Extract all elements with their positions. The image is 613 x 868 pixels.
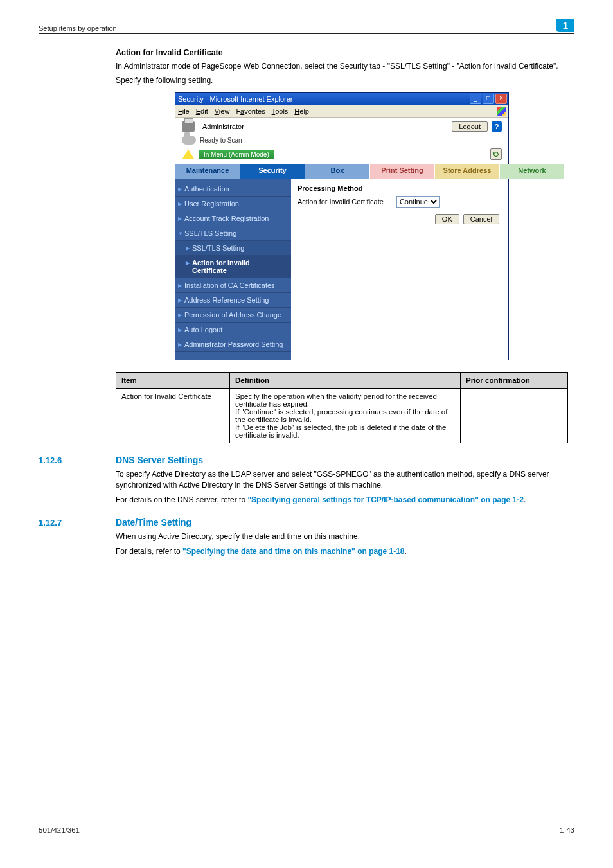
tab-box[interactable]: Box <box>305 164 370 179</box>
tab-network[interactable]: Network <box>500 164 565 179</box>
breadcrumb: Setup items by operation <box>39 24 117 32</box>
section-heading-action: Action for Invalid Certificate <box>116 48 568 57</box>
section-title-dns: DNS Server Settings <box>116 455 203 465</box>
window-minimize-button[interactable]: _ <box>470 94 481 104</box>
tab-store-address[interactable]: Store Address <box>435 164 500 179</box>
def-td-prior <box>461 389 568 443</box>
menu-help[interactable]: Help <box>294 107 309 115</box>
section-title-datetime: Date/Time Setting <box>116 517 191 527</box>
main-heading: Processing Method <box>298 184 502 192</box>
link-datetime-settings[interactable]: "Specifying the date and time on this ma… <box>182 547 404 556</box>
window-maximize-button[interactable]: □ <box>483 94 494 104</box>
dt-p2: For details, refer to "Specifying the da… <box>116 546 568 557</box>
sidebar-item-permission-address[interactable]: Permission of Address Change <box>175 308 291 323</box>
tab-print-setting[interactable]: Print Setting <box>370 164 435 179</box>
tab-security[interactable]: Security <box>240 164 305 179</box>
footer-left: 501/421/361 <box>39 826 80 834</box>
sidebar-item-install-ca[interactable]: Installation of CA Certificates <box>175 278 291 293</box>
ok-button[interactable]: OK <box>435 214 459 224</box>
menu-edit[interactable]: Edit <box>196 107 208 115</box>
printer-icon <box>182 121 195 132</box>
section-number-datetime: 1.12.7 <box>39 518 116 527</box>
sidebar-item-auto-logout[interactable]: Auto Logout <box>175 323 291 337</box>
windows-flag-icon <box>497 107 506 116</box>
help-icon[interactable]: ? <box>492 121 502 132</box>
sidebar-subitem-action-invalid-cert[interactable]: Action for Invalid Certificate <box>175 256 291 278</box>
window-close-button[interactable]: × <box>495 94 507 104</box>
dns-p1: To specify Active Directory as the LDAP … <box>116 469 568 491</box>
action-cert-select[interactable]: Continue <box>396 196 440 208</box>
def-th-item: Item <box>116 373 230 389</box>
embedded-screenshot: Security - Microsoft Internet Explorer _… <box>175 92 509 360</box>
sidebar-item-address-reference[interactable]: Address Reference Setting <box>175 293 291 308</box>
browser-menubar: FFileile Edit View Favorites Tools Help <box>175 105 508 118</box>
menu-file[interactable]: FFileile <box>178 107 190 115</box>
menu-view[interactable]: View <box>215 107 230 115</box>
def-td-definition: Specify the operation when the validity … <box>230 389 461 443</box>
section-action-p1: In Administrator mode of PageScope Web C… <box>116 61 568 71</box>
side-nav: Authentication User Registration Account… <box>175 179 291 360</box>
menu-tools[interactable]: Tools <box>272 107 289 115</box>
tab-maintenance[interactable]: Maintenance <box>175 164 240 179</box>
def-td-item: Action for Invalid Certificate <box>116 389 230 443</box>
table-row: Action for Invalid Certificate Specify t… <box>116 389 568 443</box>
def-th-definition: Definition <box>230 373 461 389</box>
def-th-prior: Prior confirmation <box>461 373 568 389</box>
logout-button[interactable]: Logout <box>452 121 488 132</box>
section-number-dns: 1.12.6 <box>39 456 116 465</box>
cancel-button[interactable]: Cancel <box>463 214 499 224</box>
sidebar-item-user-registration[interactable]: User Registration <box>175 197 291 211</box>
window-titlebar: Security - Microsoft Internet Explorer _… <box>175 93 508 105</box>
top-tabs: Maintenance Security Box Print Setting S… <box>175 164 508 179</box>
action-cert-field-label: Action for Invalid Certificate <box>298 198 384 206</box>
dt-p1: When using Active Directory, specify the… <box>116 531 568 542</box>
footer-right: 1-43 <box>560 826 574 834</box>
section-action-p2: Specify the following setting. <box>116 75 568 85</box>
admin-mode-chip: In Menu (Admin Mode) <box>199 150 274 159</box>
definition-table: Item Definition Prior confirmation Actio… <box>116 372 568 443</box>
sidebar-item-account-track[interactable]: Account Track Registration <box>175 211 291 226</box>
sidebar-item-admin-password[interactable]: Administrator Password Setting <box>175 337 291 352</box>
chapter-badge: 1 <box>556 19 574 32</box>
menu-favorites[interactable]: Favorites <box>236 107 265 115</box>
scanner-status-label: Ready to Scan <box>200 137 242 144</box>
administrator-label: Administrator <box>202 123 244 130</box>
refresh-button[interactable] <box>490 148 502 160</box>
refresh-icon <box>493 151 499 157</box>
window-title: Security - Microsoft Internet Explorer <box>178 95 293 103</box>
sidebar-item-authentication[interactable]: Authentication <box>175 182 291 197</box>
link-tcpip-settings[interactable]: "Specifying general settings for TCP/IP-… <box>247 495 523 504</box>
warning-triangle-icon <box>182 149 195 159</box>
sidebar-item-ssl-tls[interactable]: SSL/TLS Setting <box>175 226 291 241</box>
dns-p2: For details on the DNS server, refer to … <box>116 495 568 506</box>
scanner-status-icon <box>182 136 196 145</box>
sidebar-subitem-ssl-tls[interactable]: SSL/TLS Setting <box>175 241 291 256</box>
